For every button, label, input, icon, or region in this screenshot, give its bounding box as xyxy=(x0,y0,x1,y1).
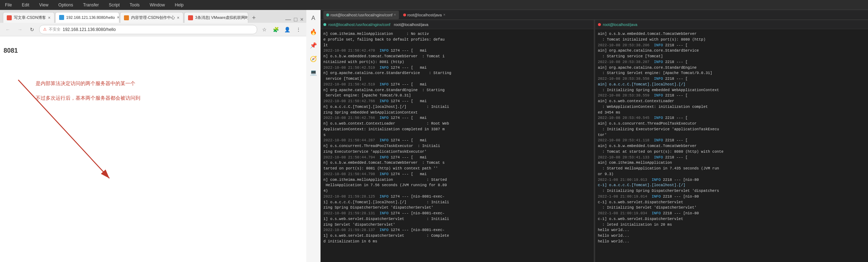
terminal-line: 4) xyxy=(323,188,591,194)
terminal-line: s xyxy=(323,132,591,138)
menu-item-edit[interactable]: Edit xyxy=(20,2,31,8)
menu-item-transfer[interactable]: Transfer xyxy=(81,2,101,8)
terminal-line: zing Spring embedded WebApplicationConte… xyxy=(323,110,591,116)
tab-content-csdn[interactable]: 内容管理-CSDN创作中心 × xyxy=(120,12,183,23)
tab-favicon-csdn xyxy=(7,15,12,20)
terminal-dot-right xyxy=(598,23,601,26)
port-label: 8081 xyxy=(4,47,18,54)
terminal-body-left[interactable]: n] com.itheima.HelloApplication : No act… xyxy=(321,29,594,262)
terminal-line: n] org.apache.catalina.core.StandardServ… xyxy=(323,70,591,76)
terminal-line: tarted on port(s): 8081 (http) with cont… xyxy=(323,166,591,172)
tab-close-hello[interactable]: × xyxy=(117,15,119,20)
terminal-body-right[interactable]: ain] o.s.b.w.embedded.tomcat.TomcatWebSe… xyxy=(595,29,868,262)
terminal-line: c-1] o.s.web.servlet.DispatcherServlet xyxy=(598,200,866,205)
nav-extra-buttons: ☆ 🧩 👤 ⋮ xyxy=(259,25,303,35)
terminal-line: 2022-10-08 21:50:44.287 INFO 1274 --- [ … xyxy=(323,138,591,143)
tab-close-csdn[interactable]: × xyxy=(48,15,51,20)
terminal-line: zing Servlet 'dispatcherServlet' xyxy=(323,222,591,228)
terminal-line: 2022-10-08 20:53:41.118 INFO 2218 --- [ xyxy=(598,138,866,143)
terminal-tab-nginx[interactable]: root@localhost:/usr/local/nginx/conf × xyxy=(323,11,399,19)
profile-button[interactable]: 👤 xyxy=(282,25,292,35)
terminal-line: 2022-1-08 21:00:19.014 INFO 2218 --- [ni… xyxy=(598,194,866,200)
close-button[interactable]: × xyxy=(300,16,303,23)
sidebar-icons: A 🔥 📌 🧭 💻 xyxy=(306,10,321,262)
tab-vmware[interactable]: 3条消息| VMware虚拟机联网时... × xyxy=(184,12,248,23)
annotation-line2: 不过多次运行后，基本两个服务器都会被访问到 xyxy=(36,94,140,103)
terminal-line: : Started HelloApplication in 7.435 seco… xyxy=(598,166,866,172)
menu-item-file[interactable]: File xyxy=(3,2,14,8)
restore-button[interactable]: □ xyxy=(294,16,297,23)
terminal-line: ain] org.apache.catalina.core.StandardSe… xyxy=(598,48,866,54)
terminal-line: ain] o.s.web.context.ContextLoader xyxy=(598,99,866,104)
star-button[interactable]: ☆ xyxy=(259,25,269,35)
terminal-line: : Starting Servlet engine: [Apache Tomca… xyxy=(598,70,866,76)
terminal-line: : Initializing ExecutorService 'applicat… xyxy=(598,127,866,132)
terminal-line: : Starting service [Tomcat] xyxy=(598,54,866,59)
more-button[interactable]: ⋮ xyxy=(293,25,303,35)
menu-item-help[interactable]: Help xyxy=(173,2,186,8)
terminal-line: lt xyxy=(323,43,591,48)
back-button[interactable]: ← xyxy=(3,25,13,35)
menu-item-window[interactable]: Window xyxy=(147,2,167,8)
address-bar[interactable]: ⚠ 不安全 192.168.121.136:8080/hello xyxy=(39,25,257,34)
terminal-line: n] o.s.b.w.embedded.tomcat.TomcatWebServ… xyxy=(323,160,591,166)
terminal-line: 1] o.a.c.c.C.[Tomcat].[localhost].[/] : … xyxy=(323,200,591,205)
tab-label-vmware: 3条消息| VMware虚拟机联网时... xyxy=(195,15,248,20)
menu-item-script[interactable]: Script xyxy=(106,2,122,8)
tab-write-csdn[interactable]: 写文章-CSDN博客 × xyxy=(3,12,54,23)
terminal-line: n] o.s.b.w.embedded.tomcat.TomcatWebServ… xyxy=(323,54,591,59)
terminals-container: root@localhost:/usr/local/nginx/conf roo… xyxy=(321,20,868,262)
terminal-tab-nginx-close[interactable]: × xyxy=(394,13,396,17)
sidebar-icon-1[interactable]: A xyxy=(308,13,319,23)
terminal-line: 2022-10-08 20:53:38.559 INFO 2218 --- [ xyxy=(598,93,866,99)
terminal-line: n] o.s.concurrent.ThreadPoolTaskExecutor… xyxy=(323,143,591,149)
sidebar-icon-vm[interactable]: 💻 xyxy=(308,67,319,78)
address-text: 192.168.121.136:8080/hello xyxy=(63,27,116,32)
address-insecure-label: 不安全 xyxy=(49,27,61,32)
refresh-button[interactable]: ↻ xyxy=(27,25,37,35)
menu-item-view[interactable]: View xyxy=(37,2,51,8)
browser-navbar: ← → ↻ ⚠ 不安全 192.168.121.136:8080/hello ☆… xyxy=(0,23,306,36)
terminal-tab-java[interactable]: root@localhost/java × xyxy=(400,11,448,19)
terminal-line: : leted initialization in 20 ms xyxy=(598,222,866,228)
terminal-pane-left: root@localhost:/usr/local/nginx/conf roo… xyxy=(321,20,594,262)
menu-bar: const d = JSON.parse(document.getElement… xyxy=(0,0,868,10)
terminal-line: 2022-10-08 21:50:42.519 INFO 1274 --- [ … xyxy=(323,65,591,71)
terminal-line: ain] o.a.c.c.C.[Tomcat].[localhost].[/] xyxy=(598,82,866,88)
tab-hello[interactable]: 192.168.121.136:8080/hello × xyxy=(55,12,119,23)
menu-item-tools[interactable]: Tools xyxy=(128,2,142,8)
annotation-arrow xyxy=(0,36,306,262)
tab-close-content[interactable]: × xyxy=(177,15,180,20)
terminal-line: 2022-10-08 21:50:42.519 INFO 1274 --- [ … xyxy=(323,82,591,88)
terminal-line: c-1] o.a.c.c.C.[Tomcat].[localhost].[/] xyxy=(598,183,866,188)
terminal-line: : WebApplicationContext: initialization … xyxy=(598,104,866,110)
browser-content: 8081 是内部算法决定访问的两个服务器中的某一个 不过多次运行后，基本两个服务… xyxy=(0,36,306,262)
terminal-line: ed 3454 ms xyxy=(598,110,866,116)
sidebar-icon-fire[interactable]: 🔥 xyxy=(308,26,319,37)
terminal-line: hello world... xyxy=(598,227,866,233)
terminal-tab-java-close[interactable]: × xyxy=(443,13,445,17)
tab-indicator-nginx xyxy=(326,14,329,16)
terminal-line: hello world... xyxy=(598,233,866,239)
terminal-line: n] com.itheima.HelloApplication : No act… xyxy=(323,31,591,37)
terminal-line: 2022-10-08 21:50:44.794 INFO 1274 --- [ … xyxy=(323,155,591,161)
terminal-line: n] com.itheima.HelloApplication : Starte… xyxy=(323,177,591,183)
extensions-button[interactable]: 🧩 xyxy=(271,25,281,35)
sidebar-icon-3[interactable]: 📌 xyxy=(308,40,319,51)
terminal-line: 2022-10-08 21:59:28.137 INFO 1274 --- [n… xyxy=(323,227,591,233)
terminal-tab-nginx-label: root@localhost:/usr/local/nginx/conf xyxy=(331,13,393,17)
menu-item-options[interactable]: Options xyxy=(56,2,75,8)
minimize-button[interactable]: — xyxy=(285,16,291,23)
terminal-tab-java-label: root@localhost/java xyxy=(407,13,442,17)
terminal-pane-right: root@localhost/java ain] o.s.b.w.embedde… xyxy=(595,20,868,262)
new-tab-button[interactable]: + xyxy=(249,13,259,23)
forward-button[interactable]: → xyxy=(15,25,25,35)
terminal-line: n] o.s.web.context.ContextLoader : Root … xyxy=(323,121,591,127)
terminal-line: zing ExecutorService 'applicationTaskExe… xyxy=(323,149,591,155)
browser-panel: 写文章-CSDN博客 × 192.168.121.136:8080/hello … xyxy=(0,10,306,262)
terminal-line: 2022-1-08 21:00:19.013 INFO 2218 --- [ni… xyxy=(598,177,866,183)
terminal-line: 2022-10-08 20:53:38.558 INFO 2218 --- [ xyxy=(598,76,866,82)
terminal-line: 2022-10-08 20:53:40.545 INFO 2218 --- [ xyxy=(598,115,866,121)
tab-label-csdn: 写文章-CSDN博客 xyxy=(14,15,46,20)
sidebar-icon-nav[interactable]: 🧭 xyxy=(308,53,319,64)
